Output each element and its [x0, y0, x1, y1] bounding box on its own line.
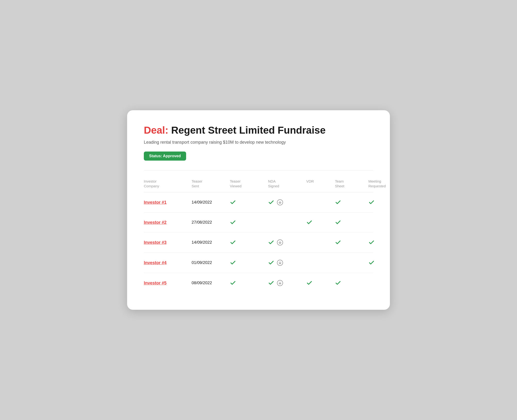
teaser-sent-1: 14/09/2022	[192, 200, 230, 205]
deal-subtitle: Leading rental transport company raising…	[144, 140, 373, 145]
vdr-2	[306, 219, 335, 225]
table-row: Investor #2 27/08/2022	[144, 213, 373, 232]
status-badge: Status: Approved	[144, 151, 186, 161]
teaser-viewed-2	[230, 219, 268, 225]
team-sheet-2	[335, 219, 368, 225]
check-icon	[335, 199, 341, 205]
check-icon	[335, 239, 341, 246]
col-investor-company: InvestorCompany	[144, 179, 192, 188]
nda-signed-4	[268, 259, 306, 266]
teaser-viewed-3	[230, 239, 268, 246]
nda-signed-1	[268, 199, 306, 206]
check-icon	[368, 239, 375, 246]
main-card: Deal: Regent Street Limited Fundraise Le…	[127, 110, 390, 310]
teaser-viewed-4	[230, 260, 268, 266]
col-vdr: VDR	[306, 179, 335, 188]
teaser-sent-3: 14/09/2022	[192, 240, 230, 245]
teaser-viewed-1	[230, 199, 268, 205]
table-header: InvestorCompany TeaserSent TeaserViewed …	[144, 179, 373, 192]
teaser-sent-4: 01/09/2022	[192, 260, 230, 265]
vdr-5	[306, 280, 335, 286]
investor-link-4[interactable]: Investor #4	[144, 260, 192, 265]
deal-label: Deal:	[144, 125, 169, 136]
header-section: Deal: Regent Street Limited Fundraise Le…	[144, 125, 373, 161]
check-icon	[335, 280, 341, 286]
team-sheet-1	[335, 199, 368, 205]
nda-signed-3	[268, 239, 306, 246]
investor-link-1[interactable]: Investor #1	[144, 200, 192, 205]
download-icon[interactable]	[277, 259, 283, 266]
nda-signed-5	[268, 280, 306, 286]
check-icon	[268, 239, 274, 246]
investor-link-3[interactable]: Investor #3	[144, 240, 192, 245]
check-icon	[335, 219, 341, 225]
table-row: Investor #1 14/09/2022	[144, 192, 373, 213]
col-meeting-requested: MeetingRequested	[368, 179, 407, 188]
table-row: Investor #5 08/09/2022	[144, 273, 373, 293]
check-icon	[268, 199, 274, 205]
check-icon	[230, 219, 236, 225]
check-icon	[268, 260, 274, 266]
check-icon	[268, 280, 274, 286]
deal-title: Deal: Regent Street Limited Fundraise	[144, 125, 373, 136]
team-sheet-3	[335, 239, 368, 246]
teaser-sent-5: 08/09/2022	[192, 281, 230, 285]
teaser-sent-2: 27/08/2022	[192, 220, 230, 225]
meeting-requested-3	[368, 239, 407, 246]
meeting-requested-4	[368, 260, 407, 266]
check-icon	[368, 199, 375, 205]
check-icon	[230, 280, 236, 286]
col-nda-signed: NDASigned	[268, 179, 306, 188]
download-icon[interactable]	[277, 280, 283, 286]
check-icon	[230, 199, 236, 205]
check-icon	[306, 280, 312, 286]
team-sheet-5	[335, 280, 368, 286]
check-icon	[230, 239, 236, 246]
meeting-requested-1	[368, 199, 407, 205]
download-icon[interactable]	[277, 239, 283, 246]
col-teaser-viewed: TeaserViewed	[230, 179, 268, 188]
check-icon	[368, 260, 375, 266]
table-row: Investor #4 01/09/2022	[144, 253, 373, 273]
col-team-sheet: TeamSheet	[335, 179, 368, 188]
section-divider	[144, 170, 373, 170]
deal-name: Regent Street Limited Fundraise	[171, 125, 325, 136]
table-row: Investor #3 14/09/2022	[144, 232, 373, 253]
check-icon	[306, 219, 312, 225]
check-icon	[230, 260, 236, 266]
teaser-viewed-5	[230, 280, 268, 286]
investor-link-5[interactable]: Investor #5	[144, 281, 192, 286]
col-teaser-sent: TeaserSent	[192, 179, 230, 188]
investor-table: InvestorCompany TeaserSent TeaserViewed …	[144, 179, 373, 293]
investor-link-2[interactable]: Investor #2	[144, 220, 192, 225]
download-icon[interactable]	[277, 199, 283, 206]
